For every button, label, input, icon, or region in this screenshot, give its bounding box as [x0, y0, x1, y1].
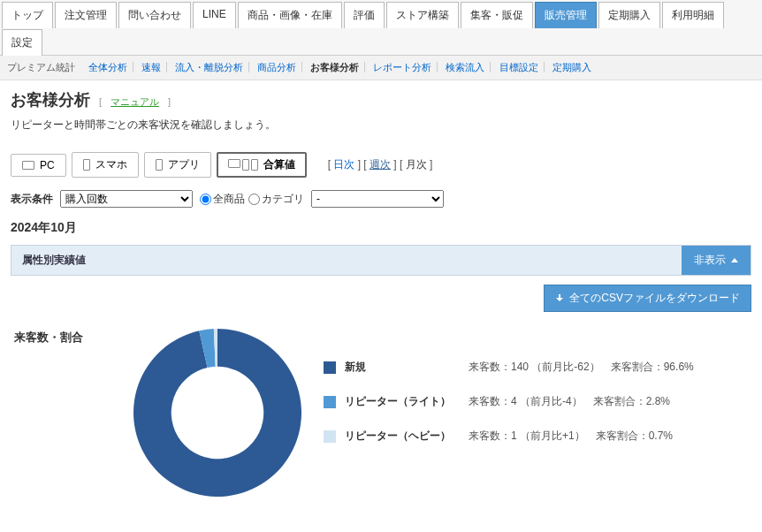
donut-chart: [129, 324, 306, 501]
subnav-goal[interactable]: 目標設定: [494, 62, 545, 72]
filter-bar: PC スマホ アプリ 合算値 [ 日次 ] [ 週次 ] [ 月次 ]: [11, 148, 751, 181]
device-app[interactable]: アプリ: [144, 152, 211, 178]
month-title: 2024年10月: [11, 220, 751, 236]
period-weekly[interactable]: 週次: [370, 158, 391, 171]
condition-row: 表示条件 購入回数 全商品 カテゴリ -: [11, 190, 751, 208]
subnav-search[interactable]: 検索流入: [440, 62, 491, 72]
tab-top[interactable]: トップ: [2, 2, 53, 28]
category-select[interactable]: -: [311, 190, 444, 208]
tab-sales[interactable]: 販売管理: [535, 2, 597, 28]
tab-billing[interactable]: 利用明細: [662, 2, 724, 28]
legend-swatch: [324, 396, 336, 408]
sub-nav: プレミアム統計 全体分析 速報 流入・離脱分析 商品分析 お客様分析 レポート分…: [0, 56, 762, 80]
radio-all-input[interactable]: [200, 194, 211, 205]
section-header: 属性別実績値 非表示: [11, 245, 751, 276]
subnav-customer[interactable]: お客様分析: [305, 62, 365, 72]
period-links: [ 日次 ] [ 週次 ] [ 月次 ]: [328, 157, 433, 172]
radio-category[interactable]: カテゴリ: [248, 192, 304, 207]
legend-values: 来客数：140 （前月比-62） 来客割合：96.6%: [469, 360, 694, 375]
tab-products[interactable]: 商品・画像・在庫: [238, 2, 342, 28]
phone-icon: [156, 159, 163, 171]
radio-cat-input[interactable]: [248, 194, 260, 205]
subnav-inflow[interactable]: 流入・離脱分析: [170, 62, 249, 72]
device-pc[interactable]: PC: [11, 154, 66, 177]
subnav-report[interactable]: レポート分析: [368, 62, 438, 72]
section-toggle[interactable]: 非表示: [682, 246, 751, 275]
desktop-icon: [22, 161, 34, 170]
subnav-product[interactable]: 商品分析: [252, 62, 302, 72]
legend-name: リピーター（ヘビー）: [345, 429, 460, 444]
tab-orders[interactable]: 注文管理: [55, 2, 117, 28]
legend-swatch: [324, 430, 336, 443]
legend-name: 新規: [345, 360, 460, 375]
page-title: お客様分析: [11, 89, 90, 110]
subnav-flash[interactable]: 速報: [136, 62, 167, 72]
condition-label: 表示条件: [11, 192, 53, 207]
chevron-up-icon: [731, 258, 738, 262]
devices-icon: [228, 159, 258, 171]
tab-review[interactable]: 評価: [344, 2, 385, 28]
period-daily[interactable]: 日次: [333, 158, 354, 171]
legend-values: 来客数：4 （前月比-4） 来客割合：2.8%: [469, 394, 670, 409]
download-all-csv-button[interactable]: 全てのCSVファイルをダウンロード: [544, 285, 751, 312]
section-title: 属性別実績値: [11, 246, 682, 275]
main-tabs: トップ 注文管理 問い合わせ LINE 商品・画像・在庫 評価 ストア構築 集客…: [0, 0, 762, 56]
device-sum[interactable]: 合算値: [217, 152, 307, 178]
download-icon: [555, 294, 564, 303]
tab-subscription[interactable]: 定期購入: [598, 2, 660, 28]
subnav-sub[interactable]: 定期購入: [547, 62, 597, 72]
manual-link[interactable]: マニュアル: [110, 95, 159, 109]
tab-store[interactable]: ストア構築: [386, 2, 459, 28]
device-sp[interactable]: スマホ: [72, 152, 139, 178]
phone-icon: [83, 159, 90, 171]
radio-all-products[interactable]: 全商品: [200, 192, 245, 207]
legend-row: リピーター（ライト）来客数：4 （前月比-4） 来客割合：2.8%: [324, 394, 748, 409]
chart-title: 来客数・割合: [14, 324, 111, 346]
legend-row: リピーター（ヘビー）来客数：1 （前月比+1） 来客割合：0.7%: [324, 429, 748, 444]
condition-select[interactable]: 購入回数: [60, 190, 193, 208]
legend-values: 来客数：1 （前月比+1） 来客割合：0.7%: [469, 429, 673, 444]
tab-inquiry[interactable]: 問い合わせ: [118, 2, 191, 28]
chart-section: 来客数・割合 新規来客数：140 （前月比-62） 来客割合：96.6%リピータ…: [11, 324, 751, 519]
tab-marketing[interactable]: 集客・販促: [461, 2, 533, 28]
subnav-overall[interactable]: 全体分析: [83, 62, 133, 72]
tab-line[interactable]: LINE: [193, 2, 236, 28]
page-description: リピーターと時間帯ごとの来客状況を確認しましょう。: [11, 118, 751, 133]
period-monthly[interactable]: 月次: [406, 158, 427, 171]
chart-legend: 新規来客数：140 （前月比-62） 来客割合：96.6%リピーター（ライト）来…: [324, 324, 748, 463]
legend-name: リピーター（ライト）: [345, 394, 460, 409]
legend-swatch: [324, 361, 336, 374]
tab-settings[interactable]: 設定: [2, 29, 42, 56]
subnav-label: プレミアム統計: [7, 62, 75, 72]
legend-row: 新規来客数：140 （前月比-62） 来客割合：96.6%: [324, 360, 748, 375]
